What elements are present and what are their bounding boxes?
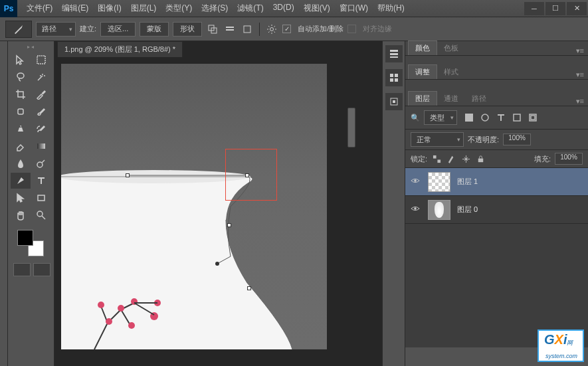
menu-type[interactable]: 类型(Y) xyxy=(161,0,196,17)
brush-tool[interactable] xyxy=(32,104,52,120)
tab-styles[interactable]: 样式 xyxy=(437,65,465,79)
zoom-tool[interactable] xyxy=(32,207,52,223)
menu-help[interactable]: 帮助(H) xyxy=(373,0,409,17)
filter-type-icon[interactable] xyxy=(496,112,506,123)
eyedropper-tool[interactable] xyxy=(32,86,52,102)
lock-pixels-icon[interactable] xyxy=(446,153,456,164)
layer-thumbnail[interactable] xyxy=(428,172,450,192)
filter-smart-icon[interactable] xyxy=(528,112,538,123)
menu-window[interactable]: 窗口(W) xyxy=(336,0,372,17)
tab-layers[interactable]: 图层 xyxy=(408,91,437,106)
menu-select[interactable]: 选择(S) xyxy=(197,0,232,17)
canvas[interactable] xyxy=(61,64,327,349)
path-selection-tool[interactable] xyxy=(11,190,31,206)
hand-tool[interactable] xyxy=(11,207,31,223)
lock-position-icon[interactable] xyxy=(460,153,471,164)
anchor-point[interactable] xyxy=(227,223,231,227)
menu-layer[interactable]: 图层(L) xyxy=(127,0,161,17)
menu-filter[interactable]: 滤镜(T) xyxy=(233,0,267,17)
blend-mode-dropdown[interactable]: 正常 xyxy=(411,132,464,147)
visibility-toggle[interactable] xyxy=(411,176,421,188)
pen-tool[interactable] xyxy=(11,173,31,189)
tab-swatches[interactable]: 色板 xyxy=(437,41,465,55)
eraser-tool[interactable] xyxy=(11,138,31,154)
screen-mode[interactable] xyxy=(33,263,50,276)
make-mask-button[interactable]: 蒙版 xyxy=(140,22,169,37)
type-tool[interactable] xyxy=(32,173,52,189)
tab-channels[interactable]: 通道 xyxy=(437,92,465,106)
magic-wand-tool[interactable] xyxy=(32,69,52,85)
layers-blend-row: 正常 不透明度: 100% xyxy=(405,130,588,150)
document-tab[interactable]: 1.png @ 209% (图层 1, RGB/8#) * xyxy=(57,41,183,57)
gradient-tool[interactable] xyxy=(32,138,52,154)
history-brush-tool[interactable] xyxy=(32,121,52,137)
move-tool[interactable] xyxy=(11,52,31,68)
rectangle-tool[interactable] xyxy=(32,190,52,206)
vertical-scrollbar[interactable] xyxy=(347,108,355,147)
menu-file[interactable]: 文件(F) xyxy=(23,0,56,17)
fill-input[interactable]: 100% xyxy=(555,153,583,165)
anchor-point[interactable] xyxy=(247,286,251,290)
opacity-input[interactable]: 100% xyxy=(503,134,531,145)
character-panel-icon[interactable] xyxy=(385,93,403,110)
color-panel-tabs: 颜色 色板 ▾≡ xyxy=(405,41,588,56)
tab-color[interactable]: 颜色 xyxy=(408,41,437,55)
app-logo: Ps xyxy=(0,0,17,17)
lock-transparency-icon[interactable] xyxy=(431,153,442,164)
lock-all-icon[interactable] xyxy=(475,153,486,164)
foreground-color[interactable] xyxy=(17,230,33,246)
gear-icon[interactable] xyxy=(265,23,278,36)
close-button[interactable]: ✕ xyxy=(567,2,587,15)
clone-stamp-tool[interactable] xyxy=(11,121,31,137)
align-edges-label: 对齐边缘 xyxy=(363,24,392,34)
filter-pixel-icon[interactable] xyxy=(464,112,474,123)
layer-thumbnail[interactable] xyxy=(428,200,450,220)
quick-mask-mode[interactable] xyxy=(13,263,31,276)
tab-adjustments[interactable]: 调整 xyxy=(408,64,437,79)
color-swatches[interactable] xyxy=(17,230,44,256)
path-arrangement-icon[interactable] xyxy=(241,23,254,36)
path-mode-dropdown[interactable]: 路径 xyxy=(36,22,76,37)
layer-name[interactable]: 图层 1 xyxy=(457,177,478,187)
panel-grip[interactable]: ▸◂ xyxy=(11,44,51,50)
dodge-tool[interactable] xyxy=(32,155,52,171)
panel-menu-icon[interactable]: ▾≡ xyxy=(572,46,588,55)
history-panel-icon[interactable] xyxy=(385,45,403,62)
svg-rect-24 xyxy=(390,56,398,58)
make-selection-button[interactable]: 选区... xyxy=(100,22,136,37)
blur-tool[interactable] xyxy=(11,155,31,171)
healing-brush-tool[interactable] xyxy=(11,104,31,120)
maximize-button[interactable]: ☐ xyxy=(545,2,565,15)
anchor-point[interactable] xyxy=(126,173,130,177)
layer-row[interactable]: 图层 0 xyxy=(405,196,588,224)
menu-image[interactable]: 图像(I) xyxy=(94,0,125,17)
svg-point-7 xyxy=(17,73,24,78)
crop-tool[interactable] xyxy=(11,86,31,102)
menu-3d[interactable]: 3D(D) xyxy=(269,0,298,17)
menu-edit[interactable]: 编辑(E) xyxy=(58,0,92,17)
filter-shape-icon[interactable] xyxy=(512,112,522,123)
visibility-toggle[interactable] xyxy=(411,204,421,216)
svg-point-16 xyxy=(98,302,104,308)
tool-preset-picker[interactable] xyxy=(5,21,32,38)
minimize-button[interactable]: ─ xyxy=(524,2,544,15)
panel-menu-icon[interactable]: ▾≡ xyxy=(572,97,588,106)
align-edges-checkbox[interactable] xyxy=(347,25,356,33)
tab-paths[interactable]: 路径 xyxy=(465,92,493,106)
canvas-viewport[interactable] xyxy=(54,57,382,366)
highlight-annotation xyxy=(225,149,277,201)
path-operations-icon[interactable] xyxy=(206,23,219,36)
path-alignment-icon[interactable] xyxy=(223,23,237,36)
svg-rect-25 xyxy=(390,74,393,77)
auto-add-checkbox[interactable]: ✓ xyxy=(282,25,291,33)
lasso-tool[interactable] xyxy=(11,69,31,85)
properties-panel-icon[interactable] xyxy=(385,69,403,86)
layer-filter-type[interactable]: 类型 xyxy=(424,110,457,125)
make-shape-button[interactable]: 形状 xyxy=(173,22,202,37)
panel-menu-icon[interactable]: ▾≡ xyxy=(572,70,588,79)
menu-view[interactable]: 视图(V) xyxy=(300,0,334,17)
marquee-tool[interactable] xyxy=(32,52,52,68)
layer-row[interactable]: 图层 1 xyxy=(405,168,588,196)
layer-name[interactable]: 图层 0 xyxy=(457,205,478,215)
filter-adjustment-icon[interactable] xyxy=(480,112,490,123)
